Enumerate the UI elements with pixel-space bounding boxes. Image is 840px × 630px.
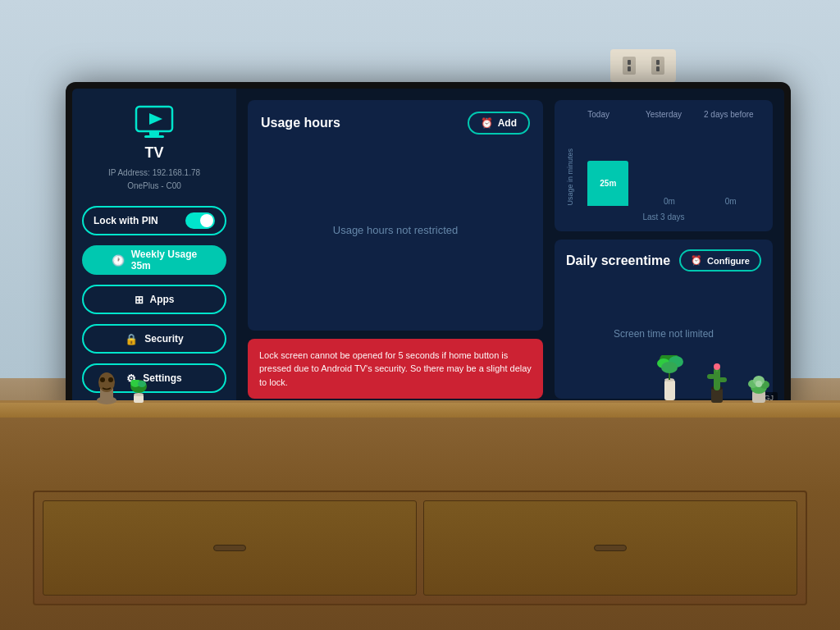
svg-point-20: [661, 362, 678, 373]
bar-2days-container: [700, 136, 761, 194]
security-label: Security: [144, 333, 183, 345]
plant-right-tall: [651, 355, 688, 404]
svg-point-13: [134, 393, 144, 396]
usage-panel: Usage hours ⏰ Add Usage hours not restri…: [248, 100, 543, 331]
chart-panel: Today Yesterday 2 days before Usage in m…: [555, 100, 773, 231]
grid-icon: ⊞: [135, 294, 144, 306]
usage-panel-header: Usage hours ⏰ Add: [261, 112, 530, 135]
lock-pin-button[interactable]: Lock with PIN: [82, 206, 226, 235]
weekly-usage-label: Weekly Usage 35m: [131, 249, 198, 272]
svg-point-27: [714, 363, 720, 370]
tv-app-icon: [133, 105, 176, 139]
bar-yesterday-container: [639, 136, 701, 194]
y-axis-label: Usage in minutes: [566, 148, 574, 206]
screentime-title: Daily screentime: [566, 253, 670, 268]
socket-hole: [656, 60, 660, 65]
chart-body: Usage in minutes 25m: [566, 126, 761, 206]
socket-hole: [656, 66, 660, 71]
svg-marker-1: [149, 113, 162, 125]
configure-button[interactable]: ⏰ Configure: [679, 249, 761, 272]
apps-label: Apps: [150, 294, 175, 305]
bar-yesterday-fill: [649, 192, 690, 194]
socket-hole: [628, 66, 631, 71]
svg-point-11: [138, 381, 146, 387]
svg-rect-14: [664, 380, 675, 400]
configure-icon: ⏰: [691, 255, 702, 266]
room-background: TV IP Address: 192.168.1.78 OnePlus - C0…: [0, 0, 840, 630]
chart-col-2days: 2 days before: [696, 110, 761, 119]
screentime-header: Daily screentime ⏰ Configure: [566, 249, 761, 272]
bar-yesterday: 0m: [639, 136, 701, 206]
usage-panel-title: Usage hours: [261, 116, 340, 130]
plant-right-cactus: [701, 359, 733, 404]
lock-toggle[interactable]: [185, 212, 215, 229]
clock-add-icon: ⏰: [481, 117, 493, 129]
svg-rect-2: [149, 131, 159, 135]
socket-hole: [628, 60, 631, 65]
small-plant-left: [127, 380, 150, 404]
tv-stand-drawer: [33, 491, 807, 605]
warning-box: Lock screen cannot be opened for 5 secon…: [248, 339, 543, 399]
svg-point-8: [108, 377, 113, 382]
chart-header: Today Yesterday 2 days before: [566, 110, 761, 119]
apps-button[interactable]: ⊞ Apps: [82, 285, 226, 314]
toggle-knob: [200, 214, 213, 227]
tv-stand-surface: [0, 403, 840, 418]
bar-2days: 0m: [700, 136, 761, 206]
svg-rect-25: [719, 377, 727, 382]
drawer-handle: [594, 545, 627, 551]
groot-figurine: [90, 359, 123, 404]
drawer-right: [423, 500, 797, 596]
main-content: Usage hours ⏰ Add Usage hours not restri…: [236, 89, 555, 410]
security-button[interactable]: 🔒 Security: [82, 324, 226, 354]
clock-icon: 🕐: [112, 254, 125, 267]
bar-2days-val: 0m: [725, 197, 737, 206]
plant-right-succulent: [743, 368, 774, 404]
bar-today-container: 25m: [578, 148, 639, 206]
drawer-left: [43, 500, 417, 596]
drawer-handle: [213, 545, 246, 551]
warning-text: Lock screen cannot be opened for 5 secon…: [259, 350, 532, 387]
bar-yesterday-val: 0m: [664, 197, 675, 206]
chart-bars: 25m 0m: [578, 140, 761, 206]
add-button[interactable]: ⏰ Add: [468, 112, 530, 135]
usage-empty-message: Usage hours not restricted: [261, 141, 530, 319]
socket-right: [651, 57, 664, 75]
tv-ip-address: IP Address: 192.168.1.78 OnePlus - C00: [108, 167, 200, 193]
lock-icon: 🔒: [125, 333, 138, 345]
tv-title: TV: [144, 144, 163, 162]
last-3-days-label: Last 3 days: [566, 212, 761, 221]
svg-rect-24: [707, 374, 715, 379]
tv-icon-container: TV IP Address: 192.168.1.78 OnePlus - C0…: [108, 105, 200, 193]
bar-2days-fill: [710, 192, 751, 194]
lock-pin-label: Lock with PIN: [94, 215, 158, 226]
svg-point-34: [756, 381, 762, 387]
chart-col-today: Today: [566, 110, 631, 119]
svg-rect-3: [144, 135, 164, 138]
svg-point-7: [100, 377, 105, 382]
bar-today: 25m: [578, 148, 639, 206]
tv-stand: [0, 400, 840, 630]
wall-outlet: [610, 49, 676, 82]
weekly-usage-button[interactable]: 🕐 Weekly Usage 35m: [82, 245, 226, 275]
bar-today-fill: 25m: [587, 161, 628, 206]
chart-col-yesterday: Yesterday: [631, 110, 696, 119]
socket-left: [623, 57, 636, 75]
